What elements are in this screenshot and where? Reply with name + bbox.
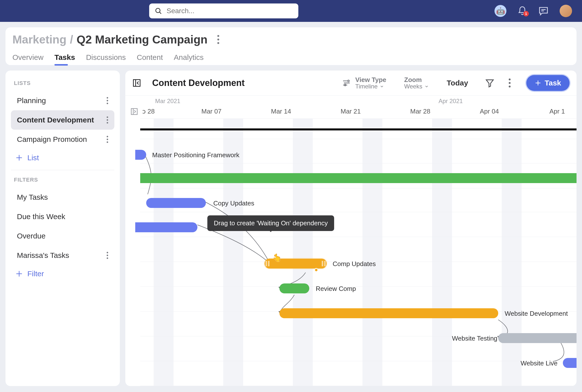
top-bar: 🤖 1: [0, 0, 582, 22]
more-vertical-icon[interactable]: [106, 252, 108, 259]
dependency-tooltip: Drag to create 'Waiting On' dependency: [207, 216, 334, 231]
task-bar-webdev[interactable]: [279, 308, 498, 318]
summary-bar[interactable]: [140, 128, 576, 130]
divider: [11, 170, 114, 170]
new-task-button[interactable]: Task: [526, 75, 569, 91]
lists-heading: LISTS: [14, 80, 111, 86]
list-title: Content Development: [152, 78, 245, 88]
task-label: Review Comp: [316, 285, 356, 293]
svg-point-6: [217, 42, 219, 44]
task-label: Website Live: [521, 360, 557, 367]
filters-heading: FILTERS: [14, 176, 111, 183]
filter-my-tasks[interactable]: My Tasks: [11, 188, 114, 207]
lists-sidebar: LISTS Planning Content Development Campa…: [6, 70, 120, 386]
more-vertical-icon[interactable]: [106, 97, 108, 104]
project-tabs: Overview Tasks Discussions Content Analy…: [13, 53, 569, 65]
more-vertical-icon: [508, 78, 511, 88]
plus-icon: [16, 270, 23, 278]
timeline-panel: Content Development View Type Timeline Z…: [125, 70, 576, 386]
list-label: Planning: [17, 96, 46, 105]
task-label: Website Testing: [452, 334, 497, 342]
notification-badge: 1: [523, 11, 529, 16]
task-bar-phase[interactable]: [140, 173, 576, 183]
breadcrumb-project[interactable]: Q2 Marketing Campaign: [77, 33, 208, 46]
plus-icon: [535, 80, 541, 86]
list-item-campaign-promotion[interactable]: Campaign Promotion: [11, 130, 114, 149]
project-menu-button[interactable]: [217, 35, 219, 44]
add-filter-button[interactable]: Filter: [11, 265, 114, 282]
svg-point-7: [107, 97, 108, 98]
month-label: Apr 2021: [439, 98, 463, 104]
svg-point-13: [107, 136, 108, 137]
add-list-button[interactable]: List: [11, 149, 114, 166]
search-icon: [155, 7, 162, 15]
timeline-grid[interactable]: Mar 2021 Apr 2021 ɔ 28 Mar 07 Mar 14 Mar…: [125, 96, 576, 386]
week-label: ɔ 28: [142, 108, 155, 115]
chat-icon: [538, 6, 549, 16]
tab-discussions[interactable]: Discussions: [86, 53, 126, 65]
svg-point-9: [107, 102, 108, 104]
week-label: Mar 28: [410, 108, 430, 115]
task-bar-weblive[interactable]: [563, 358, 576, 368]
week-label: Apr 04: [480, 108, 499, 115]
svg-point-5: [217, 38, 219, 40]
svg-point-12: [107, 122, 108, 124]
list-item-planning[interactable]: Planning: [11, 91, 114, 110]
funnel-icon: [485, 78, 494, 88]
svg-point-11: [107, 119, 108, 121]
task-bar-comp[interactable]: [264, 258, 327, 268]
task-label: Website Development: [505, 310, 568, 318]
view-type-selector[interactable]: View Type Timeline: [342, 76, 386, 90]
today-button[interactable]: Today: [447, 79, 468, 87]
search-input[interactable]: [167, 7, 293, 15]
panel-collapse-icon: [132, 78, 141, 88]
tab-overview[interactable]: Overview: [13, 53, 44, 65]
filter-button[interactable]: [485, 78, 494, 88]
svg-point-18: [107, 252, 108, 254]
more-vertical-icon[interactable]: [106, 136, 108, 143]
svg-point-8: [107, 100, 108, 101]
filter-marissas-tasks[interactable]: Marissa's Tasks: [11, 246, 114, 265]
tab-tasks[interactable]: Tasks: [55, 53, 75, 65]
task-label: Master Positioning Framework: [152, 151, 239, 159]
svg-point-20: [107, 257, 108, 259]
messages-button[interactable]: [538, 6, 549, 16]
timeline-toolbar: Content Development View Type Timeline Z…: [125, 70, 576, 96]
search-box[interactable]: [149, 4, 298, 18]
list-label: Campaign Promotion: [17, 135, 87, 144]
timeline-menu-button[interactable]: [508, 78, 511, 88]
page-header: Marketing / Q2 Marketing Campaign Overvi…: [6, 27, 576, 65]
zoom-selector[interactable]: Zoom Weeks: [404, 76, 429, 90]
svg-point-29: [509, 82, 511, 84]
filter-due-this-week[interactable]: Due this Week: [11, 207, 114, 226]
user-avatar[interactable]: [560, 5, 572, 17]
notifications-button[interactable]: 1: [517, 6, 527, 16]
list-item-content-development[interactable]: Content Development: [11, 110, 114, 130]
svg-point-30: [509, 86, 511, 88]
breadcrumb-workspace[interactable]: Marketing: [13, 33, 66, 46]
timeline-icon: [342, 78, 352, 88]
plus-icon: [16, 154, 23, 162]
task-bar-copy[interactable]: [146, 198, 206, 208]
tab-analytics[interactable]: Analytics: [174, 53, 204, 65]
chevron-down-icon: [380, 84, 384, 89]
task-bar-review[interactable]: [279, 284, 309, 294]
svg-marker-27: [486, 80, 493, 87]
task-label: Comp Updates: [333, 260, 376, 268]
filter-overdue[interactable]: Overdue: [11, 226, 114, 246]
task-bar-master[interactable]: [135, 150, 146, 160]
dependency-handle-bottom[interactable]: [314, 268, 318, 272]
svg-point-0: [156, 8, 160, 13]
more-vertical-icon[interactable]: [106, 116, 108, 124]
task-label: Copy Updates: [213, 200, 254, 207]
week-label: Mar 07: [201, 108, 221, 115]
svg-point-28: [509, 78, 511, 80]
collapse-sidebar-button[interactable]: [132, 78, 141, 88]
bot-avatar[interactable]: 🤖: [494, 5, 506, 17]
svg-line-1: [160, 12, 161, 14]
tab-content[interactable]: Content: [137, 53, 163, 65]
chevron-down-icon: [424, 84, 429, 89]
dependency-handle-top[interactable]: [273, 254, 277, 258]
task-bar-webtest[interactable]: [498, 333, 576, 343]
task-bar-unlabeled[interactable]: [135, 222, 197, 232]
